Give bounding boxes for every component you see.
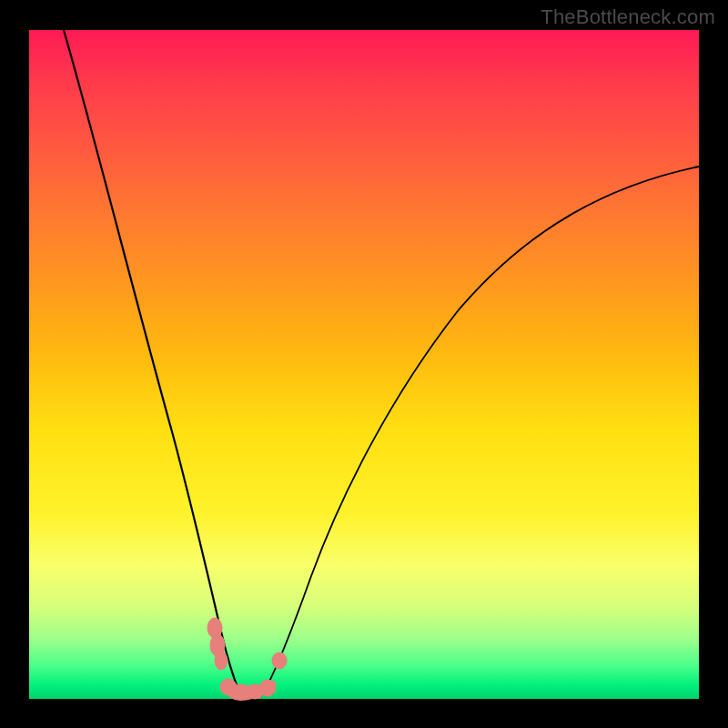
plot-area — [29, 30, 699, 699]
blob-right — [272, 652, 287, 669]
left-curve — [64, 30, 239, 693]
trough-markers — [207, 618, 287, 699]
curves-overlay — [29, 30, 699, 699]
blob-bottom-0 — [215, 652, 228, 670]
chart-frame: TheBottleneck.com — [0, 0, 728, 728]
watermark-text: TheBottleneck.com — [541, 5, 715, 29]
right-curve — [261, 167, 699, 696]
